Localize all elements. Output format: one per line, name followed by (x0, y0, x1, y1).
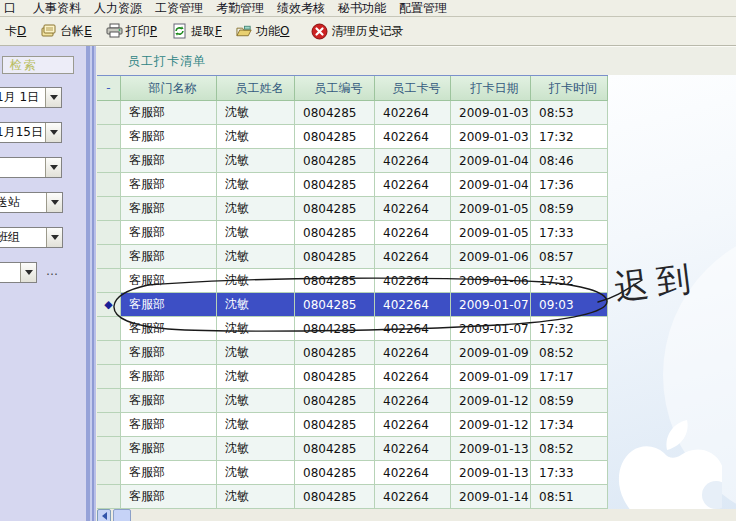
table-row[interactable]: 客服部沈敏08042854022642009-01-0308:53 (97, 101, 608, 125)
column-header[interactable]: 员工编号 (295, 76, 375, 101)
menu-item[interactable]: 人事资料 (33, 0, 81, 17)
table-row[interactable]: 客服部沈敏08042854022642009-01-0908:52 (97, 341, 608, 365)
chevron-down-icon[interactable] (45, 158, 61, 177)
table-cell: 沈敏 (217, 461, 295, 485)
table-row[interactable]: 客服部沈敏08042854022642009-01-0717:32 (97, 317, 608, 341)
chevron-down-icon[interactable] (46, 193, 62, 212)
function-icon (236, 23, 253, 40)
sidebar-combo-2[interactable]: 乇 (0, 157, 62, 178)
table-cell: 沈敏 (217, 269, 295, 293)
chevron-down-icon[interactable] (20, 263, 36, 282)
menu-item[interactable]: 秘书功能 (338, 0, 386, 17)
toolbar-button-function[interactable]: 功能O (234, 20, 291, 42)
scrollbar-thumb[interactable] (113, 509, 131, 521)
left-arrow-icon (98, 512, 107, 520)
table-row[interactable]: 客服部沈敏08042854022642009-01-1308:52 (97, 437, 608, 461)
toolbar-label: 提取F (191, 23, 222, 40)
toolbar-button-extract[interactable]: 提取F (169, 20, 224, 42)
chevron-down-icon[interactable] (45, 123, 61, 142)
column-header[interactable]: 员工卡号 (375, 76, 451, 101)
table-cell: 0804285 (295, 485, 375, 509)
toolbar-button-punch-card[interactable]: 卡D (3, 20, 28, 42)
title-strip: 员工打卡清单 (96, 46, 736, 75)
table-row[interactable]: 客服部沈敏08042854022642009-01-1208:59 (97, 389, 608, 413)
sidebar-combo-4[interactable]: 班组 (0, 227, 63, 248)
row-gutter (97, 437, 121, 461)
table-cell: 0804285 (295, 413, 375, 437)
table-cell: 402264 (375, 149, 451, 173)
more-button[interactable]: … (46, 264, 59, 278)
collapse-all-cell[interactable]: - (97, 76, 121, 101)
table-row[interactable]: 客服部沈敏08042854022642009-01-0608:57 (97, 245, 608, 269)
table-cell: 17:17 (531, 365, 608, 389)
table-row[interactable]: 客服部沈敏08042854022642009-01-0517:33 (97, 221, 608, 245)
table-cell: 08:51 (531, 485, 608, 509)
table-cell: 0804285 (295, 101, 375, 125)
menu-item[interactable]: 配置管理 (399, 0, 447, 17)
selected-row-marker-icon: ◆ (104, 299, 112, 310)
table-cell: 2009-01-06 (451, 269, 531, 293)
splitter[interactable] (84, 46, 96, 521)
column-header[interactable]: 打卡日期 (451, 76, 531, 101)
toolbar-label: 卡D (5, 23, 26, 40)
sidebar-combo-3[interactable]: 送站 (0, 192, 63, 213)
table-cell: 沈敏 (217, 437, 295, 461)
horizontal-scrollbar[interactable] (97, 509, 736, 521)
table-row[interactable]: ◆客服部沈敏08042854022642009-01-0709:03 (97, 293, 608, 317)
column-header[interactable]: 员工姓名 (217, 76, 295, 101)
toolbar-label: 打印P (126, 23, 157, 40)
table-cell: 客服部 (121, 221, 217, 245)
table-cell: 沈敏 (217, 317, 295, 341)
row-gutter (97, 485, 121, 509)
menu-item[interactable]: 口 (4, 0, 16, 17)
menu-item[interactable]: 人力资源 (94, 0, 142, 17)
toolbar-button-clear-history[interactable]: 清理历史记录 (309, 20, 405, 42)
column-header[interactable]: 部门名称 (121, 76, 217, 101)
table-cell: 客服部 (121, 461, 217, 485)
table-row[interactable]: 客服部沈敏08042854022642009-01-0508:59 (97, 197, 608, 221)
table-cell: 0804285 (295, 269, 375, 293)
table-cell: 402264 (375, 365, 451, 389)
table-cell: 08:46 (531, 149, 608, 173)
table-cell: 0804285 (295, 317, 375, 341)
table-cell: 客服部 (121, 269, 217, 293)
sidebar-combo-5[interactable] (0, 262, 37, 283)
table-cell: 2009-01-12 (451, 389, 531, 413)
table-cell: 08:59 (531, 389, 608, 413)
table-row[interactable]: 客服部沈敏08042854022642009-01-1217:34 (97, 413, 608, 437)
sidebar-combo-1[interactable]: 1月15日 (0, 122, 62, 143)
table-cell: 客服部 (121, 293, 217, 317)
table-row[interactable]: 客服部沈敏08042854022642009-01-0917:17 (97, 365, 608, 389)
table-row[interactable]: 客服部沈敏08042854022642009-01-0417:36 (97, 173, 608, 197)
scroll-left-button[interactable] (97, 509, 111, 521)
table-cell: 0804285 (295, 125, 375, 149)
menu-item[interactable]: 工资管理 (155, 0, 203, 17)
table-row[interactable]: 客服部沈敏08042854022642009-01-0408:46 (97, 149, 608, 173)
toolbar-button-print[interactable]: 打印P (104, 20, 159, 42)
table-row[interactable]: 客服部沈敏08042854022642009-01-1408:51 (97, 485, 608, 509)
tab-search[interactable]: 检索 (2, 56, 74, 74)
table-cell: 沈敏 (217, 173, 295, 197)
table-row[interactable]: 客服部沈敏08042854022642009-01-1317:33 (97, 461, 608, 485)
row-gutter (97, 101, 121, 125)
sidebar-combo-0[interactable]: 1月 1日 (0, 87, 62, 108)
column-header[interactable]: 打卡时间 (531, 76, 608, 101)
hotkey-letter: D (17, 24, 26, 38)
table-cell: 0804285 (295, 149, 375, 173)
table-cell: 沈敏 (217, 413, 295, 437)
row-gutter (97, 269, 121, 293)
row-gutter (97, 221, 121, 245)
search-sidebar: 检索 1月 1日1月15日乇送站班组… (0, 46, 84, 521)
table-row[interactable]: 客服部沈敏08042854022642009-01-0617:32 (97, 269, 608, 293)
toolbar-button-ledger[interactable]: 台帐E (38, 20, 94, 42)
table-row[interactable]: 客服部沈敏08042854022642009-01-0317:32 (97, 125, 608, 149)
table-cell: 2009-01-05 (451, 197, 531, 221)
table-cell: 0804285 (295, 197, 375, 221)
hotkey-letter: F (215, 24, 222, 38)
row-gutter (97, 125, 121, 149)
table-cell: 0804285 (295, 221, 375, 245)
chevron-down-icon[interactable] (45, 88, 61, 107)
chevron-down-icon[interactable] (46, 228, 62, 247)
menu-item[interactable]: 考勤管理 (216, 0, 264, 17)
menu-item[interactable]: 绩效考核 (277, 0, 325, 17)
